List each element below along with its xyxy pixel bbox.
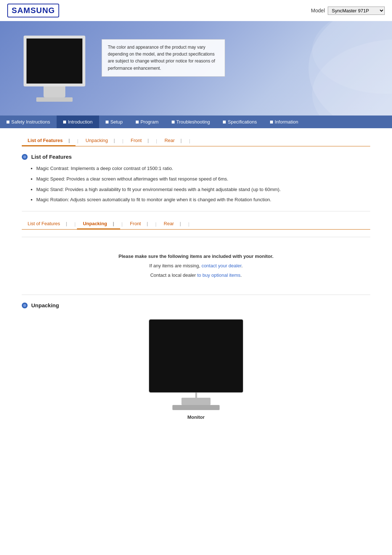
hero-monitor-image <box>15 36 94 116</box>
sub-nav2-list-of-features[interactable]: List of Features <box>22 219 73 229</box>
nav-label-safety: Safety Instructions <box>11 119 50 125</box>
sub-nav-sep-4: | <box>188 138 192 143</box>
navbar-wrapper: Safety Instructions Introduction Setup P… <box>0 116 392 128</box>
unpack-notice-line1: Please make sure the following items are… <box>22 252 370 261</box>
sub-nav-sep-3: | <box>155 138 159 143</box>
sub-nav2-sep-3: | <box>154 221 158 227</box>
sub-nav-sep-1: | <box>75 138 79 143</box>
nav-bullet-setup <box>106 121 109 123</box>
nav-bullet-intro <box>63 121 66 123</box>
unpack-notice-line2: If any items are missing, contact your d… <box>22 261 370 271</box>
hero-curves-decoration <box>283 21 392 116</box>
sub-nav2-rear[interactable]: Rear <box>158 219 187 229</box>
nav-item-setup[interactable]: Setup <box>99 116 129 128</box>
nav-label-trouble: Troubleshooting <box>176 119 210 125</box>
monitor-stand-placeholder <box>181 398 211 405</box>
sub-nav2-sep-1: | <box>73 221 77 227</box>
nav-item-troubleshooting[interactable]: Troubleshooting <box>165 116 217 128</box>
monitor-label: Monitor <box>187 414 205 420</box>
sub-nav-rear[interactable]: Rear <box>159 135 188 146</box>
unpack-notice-line3-pre: Contact a local dealer <box>150 272 197 278</box>
divider-3 <box>22 295 370 295</box>
monitor-stand <box>44 86 65 97</box>
sub-nav-sep-2: | <box>121 138 125 143</box>
sub-nav-front[interactable]: Front <box>125 135 155 146</box>
unpack-notice: Please make sure the following items are… <box>22 244 370 287</box>
sub-nav2-sep-2: | <box>120 221 124 227</box>
samsung-logo: SAMSUNG <box>7 4 59 17</box>
nav-bullet-trouble <box>172 121 175 123</box>
nav-label-info: Information <box>275 119 298 125</box>
sub-nav-2: List of Features | Unpacking | Front | R… <box>22 219 370 230</box>
sub-nav-1: List of Features | Unpacking | Front | R… <box>22 135 370 146</box>
nav-item-information[interactable]: Information <box>264 116 305 128</box>
monitor-display-placeholder <box>149 320 243 392</box>
section-icon-inner-unpacking <box>23 304 26 307</box>
monitor-base-placeholder <box>172 405 220 410</box>
hero-description-box: The color and appearance of the product … <box>102 39 225 77</box>
nav-label-setup: Setup <box>110 119 123 125</box>
section-icon-unpacking <box>22 303 28 308</box>
sub-nav2-unpacking[interactable]: Unpacking <box>77 219 120 229</box>
nav-bullet-safety <box>7 121 9 123</box>
section-icon-features <box>22 154 28 160</box>
divider-1 <box>22 211 370 211</box>
features-title: List of Features <box>31 154 72 160</box>
hero-banner: The color and appearance of the product … <box>0 21 392 116</box>
page-header: SAMSUNG Model SyncMaster 971P SyncMaster… <box>0 0 392 21</box>
sub-nav2-sep-4: | <box>187 221 191 227</box>
section-icon-inner-features <box>23 155 26 158</box>
monitor-screen <box>24 36 85 86</box>
sub-nav-unpacking[interactable]: Unpacking <box>80 135 121 146</box>
features-list: Magic Contrast: Implements a deep color … <box>36 165 370 204</box>
nav-bullet-specs <box>223 121 226 123</box>
nav-bullet-info <box>270 121 273 123</box>
nav-item-introduction[interactable]: Introduction <box>57 116 99 128</box>
unpack-notice-line3: Contact a local dealer to buy optional i… <box>22 271 370 280</box>
monitor-stand-container <box>172 393 220 410</box>
buy-optional-link[interactable]: to buy optional items <box>197 272 240 278</box>
features-section-header: List of Features <box>22 154 370 160</box>
monitor-image-container: Monitor <box>22 319 370 420</box>
feature-item-0: Magic Contrast: Implements a deep color … <box>36 165 370 173</box>
contact-dealer-link[interactable]: contact your dealer <box>201 263 241 268</box>
nav-item-program[interactable]: Program <box>129 116 165 128</box>
model-label: Model <box>311 8 325 13</box>
feature-item-1: Magic Speed: Provides a clear screen wit… <box>36 175 370 183</box>
monitor-image-border <box>149 319 243 393</box>
nav-label-program: Program <box>140 119 159 125</box>
model-selector: Model SyncMaster 971P SyncMaster 940B Sy… <box>311 7 385 15</box>
monitor-neck <box>195 393 197 398</box>
unpacking-title: Unpacking <box>31 302 59 308</box>
nav-item-safety[interactable]: Safety Instructions <box>0 116 57 128</box>
sub-nav2-front[interactable]: Front <box>124 219 154 229</box>
divider-2 <box>22 237 370 237</box>
unpacking-section-header: Unpacking <box>22 302 370 308</box>
hero-description-text: The color and appearance of the product … <box>108 45 215 71</box>
feature-item-3: Magic Rotation: Adjusts screen automatic… <box>36 196 370 204</box>
unpack-notice-line2-post: . <box>241 263 243 268</box>
model-dropdown[interactable]: SyncMaster 971P SyncMaster 940B SyncMast… <box>328 7 385 15</box>
monitor-base <box>36 97 73 102</box>
nav-item-specifications[interactable]: Specifications <box>216 116 263 128</box>
nav-label-specs: Specifications <box>228 119 257 125</box>
unpack-notice-line3-post: . <box>240 272 242 278</box>
nav-label-intro: Introduction <box>68 119 93 125</box>
feature-item-2: Magic Stand: Provides a high availabilit… <box>36 186 370 194</box>
main-navbar: Safety Instructions Introduction Setup P… <box>0 116 392 128</box>
main-content: List of Features | Unpacking | Front | R… <box>0 128 392 438</box>
unpack-notice-line2-pre: If any items are missing, <box>149 263 201 268</box>
sub-nav-list-of-features[interactable]: List of Features <box>22 135 75 146</box>
nav-bullet-program <box>136 121 139 123</box>
